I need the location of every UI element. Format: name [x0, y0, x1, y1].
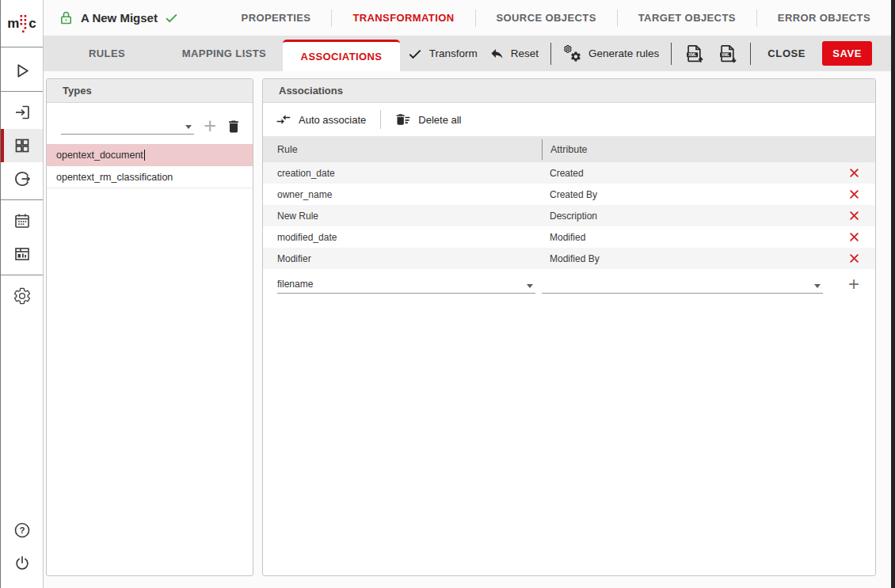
type-filter-select[interactable]	[61, 116, 194, 135]
type-label: opentext_rm_classification	[56, 172, 173, 183]
types-filter-row: +	[47, 103, 253, 144]
transform-button[interactable]: Transform	[407, 46, 478, 62]
sidebar-item-import[interactable]	[1, 96, 43, 129]
reset-button[interactable]: Reset	[489, 46, 539, 61]
types-panel: Types + opentext_document opentext_rm_cl…	[46, 78, 253, 576]
sidebar-bottom: ?	[1, 514, 43, 580]
topbar: A New Migset PROPERTIES TRANSFORMATION S…	[44, 0, 891, 36]
type-list-item[interactable]: opentext_document	[47, 144, 253, 166]
auto-associate-label: Auto associate	[299, 114, 366, 126]
sidebar-item-help[interactable]: ?	[1, 514, 43, 547]
dropdown-caret-icon	[527, 284, 533, 288]
tab-target-objects[interactable]: TARGET OBJECTS	[618, 0, 756, 36]
delete-association-button[interactable]	[848, 167, 860, 179]
tab-transformation[interactable]: TRANSFORMATION	[332, 0, 474, 36]
generate-rules-button[interactable]: Generate rules	[563, 44, 659, 63]
delete-association-button[interactable]	[848, 252, 860, 264]
toolbar-divider	[550, 43, 551, 65]
delete-association-button[interactable]	[848, 188, 860, 200]
associations-panel-header: Associations	[263, 79, 875, 103]
rule-cell[interactable]: owner_name	[263, 189, 542, 200]
sidebar-item-dashboard[interactable]	[1, 237, 43, 271]
rule-cell[interactable]: creation_date	[263, 168, 542, 179]
transform-label: Transform	[429, 47, 478, 59]
power-icon	[13, 554, 32, 573]
content-area: Types + opentext_document opentext_rm_cl…	[44, 71, 891, 588]
xml-upload-icon: XML	[684, 43, 705, 64]
tab-source-objects[interactable]: SOURCE OBJECTS	[476, 0, 617, 36]
rule-select-value: filename	[277, 279, 313, 290]
sidebar-item-run[interactable]	[1, 54, 43, 87]
transform-check-icon	[407, 46, 423, 62]
attribute-cell[interactable]: Created By	[542, 189, 832, 200]
sidebar-item-logout[interactable]	[1, 547, 43, 580]
sidebar: m c	[1, 0, 44, 588]
delete-all-button[interactable]: Delete all	[395, 112, 461, 127]
window-edge	[891, 0, 895, 588]
associations-toolbar: Auto associate Delete all	[263, 103, 875, 136]
reset-label: Reset	[511, 47, 539, 59]
delete-association-button[interactable]	[848, 231, 860, 243]
types-panel-title: Types	[63, 85, 92, 97]
sidebar-divider	[1, 91, 43, 92]
save-button[interactable]: SAVE	[822, 41, 872, 66]
type-label: opentext_document	[56, 150, 143, 161]
logo-letter-m: m	[7, 16, 19, 32]
sidebar-item-settings[interactable]	[1, 279, 43, 313]
attribute-cell[interactable]: Description	[542, 211, 832, 222]
auto-associate-button[interactable]: Auto associate	[276, 112, 366, 127]
migset-title: A New Migset	[58, 9, 179, 26]
associations-panel: Associations Auto associate Delete all R…	[262, 78, 876, 576]
sidebar-item-export[interactable]	[1, 162, 43, 195]
toolbar-divider	[671, 43, 672, 65]
subtab-associations[interactable]: ASSOCIATIONS	[283, 40, 400, 71]
dashboard-icon	[13, 245, 32, 264]
sidebar-divider	[1, 275, 43, 275]
sidebar-item-scheduler[interactable]	[1, 204, 43, 237]
attribute-cell[interactable]: Modified By	[542, 253, 832, 264]
delete-type-button[interactable]	[226, 119, 242, 135]
close-button[interactable]: CLOSE	[763, 43, 810, 64]
svg-text:XML: XML	[688, 53, 696, 57]
attribute-select[interactable]	[542, 275, 823, 294]
app-window: m c	[0, 0, 895, 588]
generate-rules-label: Generate rules	[588, 47, 659, 59]
rule-select[interactable]: filename	[277, 275, 535, 294]
transformation-toolbar: RULES MAPPING LISTS ASSOCIATIONS Transfo…	[44, 36, 891, 71]
logo-letter-c: c	[29, 16, 36, 32]
import-icon	[13, 103, 32, 122]
toolbar-divider	[380, 110, 381, 129]
saved-check-icon	[164, 10, 179, 25]
attribute-column-header: Attribute	[542, 139, 832, 160]
rule-cell[interactable]: New Rule	[263, 211, 542, 222]
add-type-button[interactable]: +	[204, 117, 216, 135]
association-row: creation_date Created	[263, 162, 875, 184]
association-row: Modifier Modified By	[263, 248, 875, 269]
type-list-item[interactable]: opentext_rm_classification	[47, 166, 253, 188]
rule-cell[interactable]: Modifier	[263, 253, 542, 264]
xml-import-button[interactable]: XML	[684, 43, 705, 64]
sidebar-item-migsets[interactable]	[1, 129, 43, 162]
migsets-grid-icon	[13, 136, 32, 155]
associations-table-header: Rule Attribute	[263, 136, 875, 162]
reset-arrow-icon	[489, 46, 505, 61]
sub-tabs: RULES MAPPING LISTS ASSOCIATIONS	[48, 36, 400, 71]
attribute-cell[interactable]: Created	[542, 168, 832, 179]
rule-cell[interactable]: modified_date	[263, 232, 542, 243]
dropdown-caret-icon	[814, 284, 821, 288]
attribute-cell[interactable]: Modified	[542, 232, 832, 243]
help-icon: ?	[13, 521, 32, 540]
types-panel-header: Types	[47, 79, 253, 103]
migset-name: A New Migset	[81, 11, 158, 25]
tab-error-objects[interactable]: ERROR OBJECTS	[757, 0, 891, 36]
svg-text:?: ?	[19, 525, 25, 535]
xml-export-button[interactable]: XML	[717, 43, 738, 64]
subtab-rules[interactable]: RULES	[48, 36, 166, 71]
tab-properties[interactable]: PROPERTIES	[221, 0, 332, 36]
delete-association-button[interactable]	[848, 210, 860, 222]
rule-column-header: Rule	[263, 144, 542, 155]
new-association-row: filename +	[263, 269, 875, 299]
settings-gear-icon	[13, 286, 32, 305]
add-association-button[interactable]: +	[832, 276, 875, 292]
subtab-mapping-lists[interactable]: MAPPING LISTS	[166, 36, 283, 71]
